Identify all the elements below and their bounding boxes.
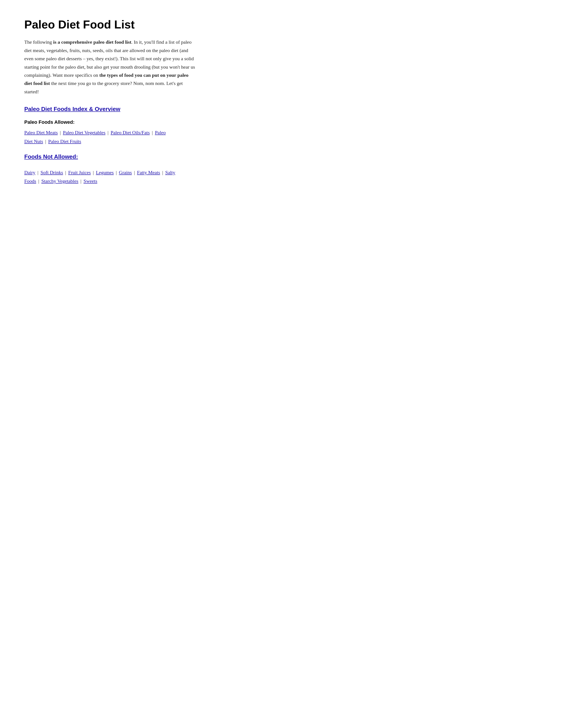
separator: |: [64, 170, 67, 175]
link-fatty-meats[interactable]: Fatty Meats: [137, 170, 160, 175]
separator: |: [79, 178, 83, 184]
not-allowed-section: Foods Not Allowed: Dairy | Soft Drinks |…: [24, 152, 196, 186]
separator: |: [92, 170, 95, 175]
intro-paragraph: The following is a comprehensive paleo d…: [24, 38, 196, 96]
link-grains[interactable]: Grains: [119, 170, 132, 175]
link-paleo-diet-meats[interactable]: Paleo Diet Meats: [24, 130, 58, 135]
index-heading-link[interactable]: Paleo Diet Foods Index & Overview: [24, 105, 120, 114]
separator: |: [59, 130, 62, 135]
link-soft-drinks[interactable]: Soft Drinks: [41, 170, 63, 175]
separator: |: [44, 139, 47, 144]
link-sweets[interactable]: Sweets: [83, 178, 97, 184]
allowed-links-line: Paleo Diet Meats | Paleo Diet Vegetables…: [24, 128, 196, 146]
link-paleo-diet-fruits[interactable]: Paleo Diet Fruits: [48, 139, 81, 144]
link-paleo-diet-oils-fats[interactable]: Paleo Diet Oils/Fats: [111, 130, 150, 135]
separator: |: [37, 178, 40, 184]
intro-text-part2: . In it, you'll find a list of paleo die…: [24, 39, 195, 78]
link-dairy[interactable]: Dairy: [24, 170, 35, 175]
separator: |: [161, 170, 164, 175]
page-title: Paleo Diet Food List: [24, 18, 196, 31]
intro-text-part1: The following: [24, 39, 53, 45]
not-allowed-links-line: Dairy | Soft Drinks | Fruit Juices | Leg…: [24, 168, 196, 186]
foods-allowed-label: Paleo Foods Allowed:: [24, 118, 196, 126]
separator: |: [106, 130, 110, 135]
index-section: Paleo Diet Foods Index & Overview Paleo …: [24, 105, 196, 146]
divider-space: [24, 166, 196, 168]
separator: |: [133, 170, 136, 175]
separator: |: [115, 170, 118, 175]
link-paleo-diet-vegetables[interactable]: Paleo Diet Vegetables: [63, 130, 105, 135]
separator: |: [150, 130, 154, 135]
separator: |: [36, 170, 39, 175]
link-starchy-vegetables[interactable]: Starchy Vegetables: [41, 178, 78, 184]
link-fruit-juices[interactable]: Fruit Juices: [68, 170, 91, 175]
intro-bold1: is a comprehensive paleo diet food list: [53, 39, 131, 45]
foods-not-allowed-heading-link[interactable]: Foods Not Allowed:: [24, 152, 78, 161]
link-legumes[interactable]: Legumes: [96, 170, 114, 175]
